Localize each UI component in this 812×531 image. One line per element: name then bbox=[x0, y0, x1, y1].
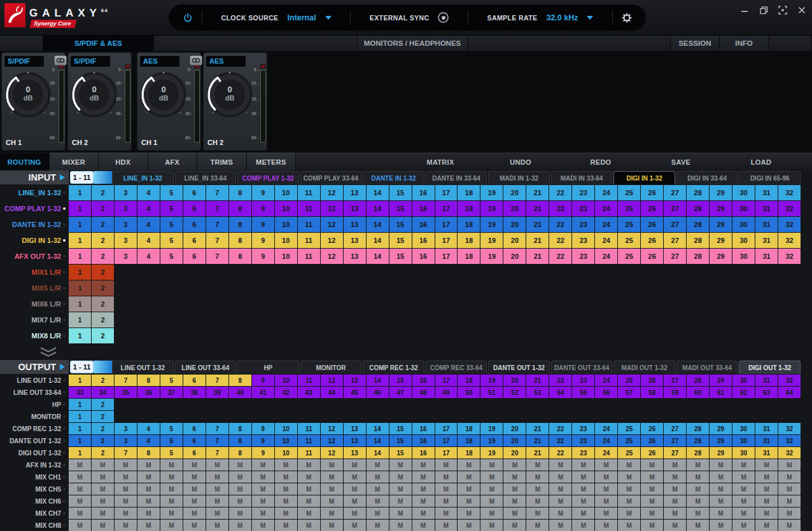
output-matrix-cell[interactable]: M bbox=[435, 459, 458, 471]
output-matrix-cell[interactable]: 27 bbox=[664, 375, 686, 386]
output-matrix-cell[interactable]: M bbox=[664, 520, 686, 531]
input-matrix-cell[interactable]: 7 bbox=[206, 217, 228, 232]
output-matrix-cell[interactable]: 10 bbox=[275, 423, 297, 434]
output-matrix-cell[interactable]: 42 bbox=[275, 387, 297, 398]
output-matrix-cell[interactable]: M bbox=[115, 520, 137, 531]
output-matrix-cell[interactable]: 30 bbox=[732, 447, 755, 459]
input-matrix-cell[interactable]: 12 bbox=[321, 249, 343, 264]
redo-button[interactable]: REDO bbox=[561, 158, 641, 166]
output-matrix-cell[interactable]: M bbox=[435, 483, 458, 495]
output-matrix-cell[interactable]: M bbox=[298, 471, 320, 483]
output-matrix-cell[interactable]: 19 bbox=[480, 435, 503, 446]
input-matrix-cell[interactable]: 5 bbox=[160, 233, 183, 248]
input-matrix-cell[interactable]: 19 bbox=[480, 185, 503, 200]
output-matrix-cell[interactable]: 27 bbox=[664, 423, 686, 434]
input-matrix-cell[interactable]: 3 bbox=[115, 249, 137, 264]
output-matrix-cell[interactable]: M bbox=[549, 520, 571, 531]
input-row-label[interactable]: COMP PLAY 1-32 bbox=[0, 201, 61, 216]
output-matrix-cell[interactable]: M bbox=[321, 507, 343, 519]
output-matrix-cell[interactable]: 47 bbox=[389, 387, 412, 398]
input-matrix-cell[interactable]: 26 bbox=[641, 217, 663, 232]
input-matrix-cell[interactable]: 8 bbox=[229, 185, 251, 200]
input-matrix-cell[interactable]: 17 bbox=[435, 185, 458, 200]
output-matrix-cell[interactable]: M bbox=[687, 495, 709, 507]
tab-info[interactable]: INFO bbox=[720, 36, 769, 51]
input-matrix-cell[interactable]: 17 bbox=[435, 201, 458, 216]
input-matrix-cell[interactable]: 11 bbox=[298, 185, 320, 200]
input-matrix-cell[interactable]: 8 bbox=[229, 249, 251, 264]
output-matrix-cell[interactable]: 3 bbox=[115, 423, 137, 434]
output-row-label[interactable]: MIX CH5 bbox=[0, 483, 61, 495]
output-matrix-cell[interactable]: 35 bbox=[115, 387, 137, 398]
output-matrix-cell[interactable]: 1 bbox=[69, 423, 91, 434]
output-matrix-cell[interactable]: M bbox=[321, 471, 343, 483]
output-matrix-cell[interactable]: M bbox=[778, 495, 801, 507]
load-button[interactable]: LOAD bbox=[721, 158, 801, 166]
output-matrix-cell[interactable]: M bbox=[389, 520, 412, 531]
output-col-header[interactable]: HP bbox=[237, 361, 299, 374]
output-matrix-cell[interactable]: M bbox=[389, 495, 412, 507]
output-matrix-cell[interactable]: M bbox=[732, 507, 755, 519]
output-matrix-cell[interactable]: 26 bbox=[641, 375, 663, 386]
channel-name-box[interactable]: S/PDIF bbox=[4, 56, 44, 67]
output-matrix-cell[interactable]: 6 bbox=[183, 435, 206, 446]
output-row-label[interactable]: HP bbox=[0, 399, 61, 410]
output-matrix-cell[interactable]: M bbox=[480, 495, 503, 507]
output-matrix-cell[interactable]: 16 bbox=[412, 375, 435, 386]
input-matrix-cell[interactable]: 3 bbox=[115, 233, 137, 248]
output-matrix-cell[interactable]: 45 bbox=[344, 387, 366, 398]
settings-gear-icon[interactable] bbox=[622, 13, 632, 23]
output-matrix-cell[interactable]: M bbox=[641, 507, 663, 519]
output-matrix-cell[interactable]: 24 bbox=[595, 435, 617, 446]
output-matrix-cell[interactable]: M bbox=[321, 459, 343, 471]
output-matrix-cell[interactable]: 57 bbox=[618, 387, 640, 398]
output-matrix-cell[interactable]: M bbox=[435, 471, 458, 483]
input-col-header[interactable]: MADI IN 1-32 bbox=[488, 171, 550, 184]
output-matrix-cell[interactable]: M bbox=[458, 520, 480, 531]
output-matrix-cell[interactable]: M bbox=[137, 483, 160, 495]
output-matrix-cell[interactable]: 24 bbox=[595, 423, 617, 434]
output-matrix-cell[interactable]: M bbox=[549, 495, 571, 507]
output-matrix-cell[interactable]: M bbox=[344, 483, 366, 495]
output-matrix-cell[interactable]: M bbox=[344, 495, 366, 507]
output-matrix-cell[interactable]: 14 bbox=[367, 375, 389, 386]
output-matrix-cell[interactable]: M bbox=[710, 520, 732, 531]
output-matrix-cell[interactable]: M bbox=[344, 471, 366, 483]
input-matrix-cell[interactable]: 14 bbox=[367, 233, 389, 248]
output-matrix-cell[interactable]: 8 bbox=[229, 435, 251, 446]
input-matrix-cell[interactable]: 31 bbox=[755, 233, 778, 248]
output-matrix-cell[interactable]: M bbox=[572, 459, 594, 471]
output-matrix-cell[interactable]: M bbox=[595, 471, 617, 483]
output-matrix-cell[interactable]: M bbox=[183, 459, 206, 471]
input-matrix-cell[interactable]: 6 bbox=[183, 217, 206, 232]
output-matrix-cell[interactable]: 32 bbox=[778, 447, 801, 459]
output-col-header[interactable]: MONITOR bbox=[300, 361, 362, 374]
output-matrix-cell[interactable]: 25 bbox=[618, 447, 640, 459]
input-row-label[interactable]: DANTE IN 1-32 bbox=[0, 217, 61, 232]
output-matrix-cell[interactable]: 9 bbox=[252, 375, 274, 386]
output-matrix-cell[interactable]: 22 bbox=[549, 423, 571, 434]
output-matrix-cell[interactable]: M bbox=[755, 471, 778, 483]
input-matrix-cell[interactable]: 29 bbox=[710, 249, 732, 264]
output-matrix-cell[interactable]: 12 bbox=[321, 435, 343, 446]
output-col-header[interactable]: DANTE OUT 1-32 bbox=[488, 361, 550, 374]
output-matrix-cell[interactable]: 2 bbox=[92, 399, 114, 410]
input-matrix-cell[interactable]: 23 bbox=[572, 201, 594, 216]
output-matrix-cell[interactable]: M bbox=[732, 495, 755, 507]
input-matrix-cell[interactable]: 8 bbox=[229, 217, 251, 232]
output-matrix-cell[interactable]: M bbox=[69, 483, 91, 495]
output-matrix-cell[interactable]: M bbox=[618, 520, 640, 531]
output-matrix-cell[interactable]: 2 bbox=[92, 435, 114, 446]
output-matrix-cell[interactable]: M bbox=[92, 471, 114, 483]
input-matrix-cell[interactable]: 29 bbox=[710, 233, 732, 248]
input-matrix-cell[interactable]: 12 bbox=[321, 201, 343, 216]
collapse-chevron-icon[interactable] bbox=[38, 347, 59, 358]
output-matrix-cell[interactable]: 64 bbox=[778, 387, 801, 398]
sample-rate-dropdown-caret[interactable] bbox=[587, 16, 593, 20]
input-matrix-cell[interactable]: 30 bbox=[732, 233, 755, 248]
output-matrix-cell[interactable]: M bbox=[206, 483, 228, 495]
output-matrix-cell[interactable]: 1 bbox=[69, 399, 91, 410]
output-matrix-cell[interactable]: M bbox=[275, 459, 297, 471]
input-matrix-cell[interactable]: 24 bbox=[595, 249, 617, 264]
output-matrix-cell[interactable]: M bbox=[298, 520, 320, 531]
